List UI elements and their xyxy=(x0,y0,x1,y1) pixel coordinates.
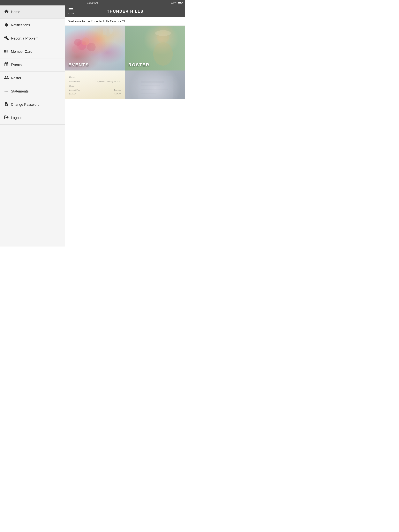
menu-label: MENU xyxy=(68,12,74,14)
status-bar: 11:00 AM 100% xyxy=(0,0,185,6)
wrench-icon xyxy=(4,35,11,42)
hamburger-icon xyxy=(69,8,73,11)
svg-rect-11 xyxy=(158,31,168,34)
sidebar-item-change-password[interactable]: Change Password xyxy=(0,98,65,111)
bell-icon xyxy=(4,22,11,28)
app-title: THUNDER HILLS xyxy=(107,9,143,14)
sidebar-label-logout: Logout xyxy=(11,116,22,120)
svg-rect-15 xyxy=(141,89,168,90)
tile-roster[interactable]: ROSTER xyxy=(125,26,185,70)
svg-rect-13 xyxy=(141,81,164,83)
sidebar-label-roster: Roster xyxy=(11,76,21,80)
sidebar-label-notifications: Notifications xyxy=(11,23,30,27)
sidebar-item-member-card[interactable]: Member Card xyxy=(0,45,65,58)
svg-point-2 xyxy=(106,30,110,37)
sidebar-item-home[interactable]: Home xyxy=(0,6,65,19)
svg-point-4 xyxy=(82,37,90,45)
tile-events[interactable]: EVENTS xyxy=(65,26,125,70)
svg-rect-14 xyxy=(141,85,160,86)
statements-text-overlay: Charge Amount Paid Updated - January 01,… xyxy=(69,75,121,96)
sidebar-label-events: Events xyxy=(11,63,22,67)
sidebar-label-statements: Statements xyxy=(11,89,29,94)
app-header: MENU THUNDER HILLS xyxy=(65,6,185,17)
bottom-area xyxy=(65,99,185,247)
sidebar-label-report-problem: Report a Problem xyxy=(11,36,38,40)
sidebar-item-roster[interactable]: Roster xyxy=(0,72,65,85)
svg-point-6 xyxy=(87,43,96,51)
barcode-icon xyxy=(4,49,11,55)
sidebar-label-member-card: Member Card xyxy=(11,50,32,54)
menu-button[interactable]: MENU xyxy=(68,8,74,14)
sidebar-item-report-problem[interactable]: Report a Problem xyxy=(0,32,65,45)
status-time: 11:00 AM xyxy=(87,1,98,4)
battery-icon xyxy=(178,2,182,4)
svg-point-5 xyxy=(74,39,81,46)
svg-point-7 xyxy=(72,45,80,53)
svg-rect-16 xyxy=(141,93,156,94)
tile-events-label: EVENTS xyxy=(68,62,89,67)
tile-roster-label: ROSTER xyxy=(129,62,150,67)
sidebar: Home Notifications Report a Problem Memb… xyxy=(0,6,65,247)
home-icon xyxy=(4,9,11,15)
calendar-icon xyxy=(4,62,11,68)
status-right: 100% xyxy=(170,1,182,4)
sidebar-item-events[interactable]: Events xyxy=(0,58,65,72)
battery-percent: 100% xyxy=(170,1,176,4)
sidebar-item-logout[interactable]: Logout xyxy=(0,111,65,125)
person-icon xyxy=(4,75,11,81)
list-icon xyxy=(4,89,11,95)
sidebar-item-notifications[interactable]: Notifications xyxy=(0,19,65,32)
svg-point-9 xyxy=(153,42,173,66)
sidebar-item-statements[interactable]: Statements xyxy=(0,85,65,98)
welcome-bar: Welcome to the Thunder Hills Country Clu… xyxy=(65,17,185,26)
welcome-text: Welcome to the Thunder Hills Country Clu… xyxy=(68,20,128,23)
sidebar-label-change-password: Change Password xyxy=(11,103,39,107)
document-icon xyxy=(4,102,11,108)
sidebar-label-home: Home xyxy=(11,10,20,14)
logout-icon xyxy=(4,115,11,121)
